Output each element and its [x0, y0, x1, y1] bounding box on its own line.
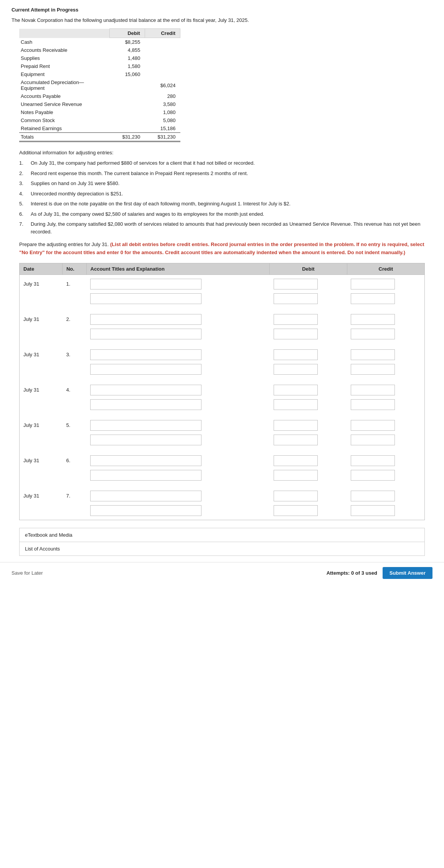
credit-amount-input-top[interactable]: [351, 491, 395, 501]
debit-amount-input[interactable]: [274, 314, 318, 325]
debit-amount-input[interactable]: [274, 349, 318, 360]
debit-amount-input[interactable]: [274, 279, 318, 289]
entry-date: July 31: [20, 487, 63, 503]
credit-amount-input-bottom[interactable]: [351, 364, 395, 375]
account-title-credit-input[interactable]: [90, 435, 201, 445]
credit-amount-input-bottom[interactable]: [351, 293, 395, 304]
account-title-debit-input[interactable]: [90, 385, 201, 395]
account-title-credit-input[interactable]: [90, 505, 201, 516]
submit-button[interactable]: Submit Answer: [383, 567, 432, 579]
account-title-debit-input[interactable]: [90, 420, 201, 431]
debit-amount-input-2[interactable]: [274, 364, 318, 375]
table-row: July 315.: [20, 416, 425, 433]
entry-date: July 31: [20, 274, 63, 291]
credit-amount-input-top[interactable]: [351, 279, 395, 289]
credit-amount-input-bottom[interactable]: [351, 505, 395, 516]
credit-amount-input-top[interactable]: [351, 455, 395, 466]
table-row: [20, 468, 425, 484]
list-of-accounts-item[interactable]: List of Accounts: [20, 542, 424, 556]
empty-date: [20, 327, 63, 343]
debit-amount-input[interactable]: [274, 420, 318, 431]
etextbook-item[interactable]: eTextbook and Media: [20, 528, 424, 542]
info-list-item: 3.Supplies on hand on July 31 were $580.: [19, 180, 425, 187]
tb-credit: 5,080: [145, 116, 180, 124]
attempts-text: Attempts: 0 of 3 used: [327, 570, 377, 576]
debit-amount-input-2[interactable]: [274, 435, 318, 445]
debit-amount-input[interactable]: [274, 491, 318, 501]
table-row: [20, 503, 425, 520]
credit-amount-input-bottom[interactable]: [351, 435, 395, 445]
account-title-credit-input[interactable]: [90, 293, 201, 304]
save-for-later[interactable]: Save for Later: [12, 570, 43, 576]
account-title-credit-input[interactable]: [90, 399, 201, 410]
debit-amount-input-2[interactable]: [274, 470, 318, 481]
tb-credit: $6,024: [145, 78, 180, 92]
debit-amount-input-2[interactable]: [274, 399, 318, 410]
entry-credit-amount-bottom: [347, 291, 424, 308]
credit-amount-input-bottom[interactable]: [351, 329, 395, 339]
info-item-text: On July 31, the company had performed $8…: [31, 159, 425, 167]
empty-no: [62, 327, 86, 343]
entry-debit-empty: [270, 468, 347, 484]
credit-amount-input-top[interactable]: [351, 349, 395, 360]
debit-amount-input-2[interactable]: [274, 293, 318, 304]
credit-amount-input-bottom[interactable]: [351, 399, 395, 410]
account-title-debit-input[interactable]: [90, 455, 201, 466]
account-title-debit-input[interactable]: [90, 491, 201, 501]
account-title-debit-input[interactable]: [90, 314, 201, 325]
empty-date: [20, 468, 63, 484]
tb-credit: 1,080: [145, 108, 180, 116]
account-title-credit-input[interactable]: [90, 470, 201, 481]
entry-account-credit: [86, 362, 270, 379]
table-row: July 314.: [20, 381, 425, 397]
info-item-num: 5.: [19, 200, 31, 208]
tb-debit: 1,480: [109, 54, 145, 62]
empty-no: [62, 503, 86, 520]
table-row: July 311.: [20, 274, 425, 291]
entry-account-debit: [86, 451, 270, 468]
entry-credit-amount-top: [347, 346, 424, 362]
table-row: July 313.: [20, 346, 425, 362]
entry-date: July 31: [20, 416, 63, 433]
entry-credit-amount-top: [347, 310, 424, 327]
entry-account-debit: [86, 416, 270, 433]
entry-account-debit: [86, 487, 270, 503]
entry-account-debit: [86, 274, 270, 291]
debit-amount-input-2[interactable]: [274, 505, 318, 516]
entry-account-debit: [86, 346, 270, 362]
tb-debit: [109, 116, 145, 124]
credit-amount-input-top[interactable]: [351, 420, 395, 431]
entry-credit-amount-top: [347, 381, 424, 397]
tb-account: Accumulated Depreciation—Equipment: [19, 78, 109, 92]
journal-header-date: Date: [20, 263, 63, 274]
entry-credit-amount-top: [347, 451, 424, 468]
debit-amount-input[interactable]: [274, 385, 318, 395]
tb-debit: 4,855: [109, 46, 145, 54]
credit-amount-input-top[interactable]: [351, 314, 395, 325]
debit-amount-input[interactable]: [274, 455, 318, 466]
credit-amount-input-top[interactable]: [351, 385, 395, 395]
tb-account: Unearned Service Revenue: [19, 100, 109, 108]
table-row: [20, 327, 425, 343]
account-title-credit-input[interactable]: [90, 329, 201, 339]
journal-table: Date No. Account Titles and Explanation …: [19, 263, 425, 520]
info-list-item: 4.Unrecorded monthly depreciation is $25…: [19, 190, 425, 198]
credit-amount-input-bottom[interactable]: [351, 470, 395, 481]
info-item-num: 1.: [19, 159, 31, 167]
table-row: July 317.: [20, 487, 425, 503]
empty-date: [20, 503, 63, 520]
table-row: July 312.: [20, 310, 425, 327]
entry-credit-amount-bottom: [347, 362, 424, 379]
account-title-debit-input[interactable]: [90, 279, 201, 289]
trial-balance-table: Debit Credit Cash$8,255Accounts Receivab…: [19, 28, 180, 142]
account-title-credit-input[interactable]: [90, 364, 201, 375]
entry-account-credit: [86, 291, 270, 308]
tb-debit: [109, 124, 145, 133]
tb-debit: [109, 100, 145, 108]
entry-debit-amount: [270, 381, 347, 397]
account-title-debit-input[interactable]: [90, 349, 201, 360]
empty-no: [62, 291, 86, 308]
tb-account: Supplies: [19, 54, 109, 62]
debit-amount-input-2[interactable]: [274, 329, 318, 339]
entry-debit-amount: [270, 416, 347, 433]
